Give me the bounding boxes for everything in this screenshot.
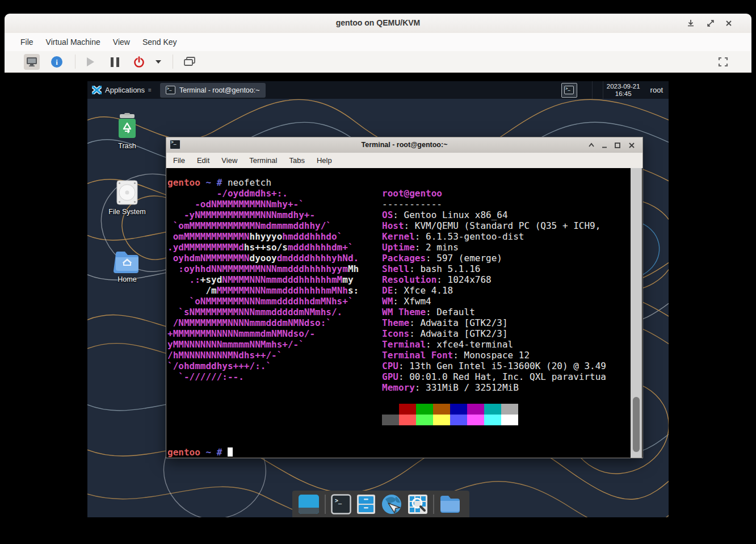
close-button[interactable]	[724, 19, 733, 28]
neofetch-info-line: DE: Xfce 4.18	[382, 285, 453, 296]
neofetch-info-line: Kernel: 6.1.53-gentoo-dist	[382, 231, 524, 242]
app-menu-item[interactable]: Virtual Machine	[46, 33, 100, 51]
palette-swatch	[467, 415, 484, 425]
clock-date: 2023-09-21	[607, 83, 640, 90]
color-palette-row	[382, 415, 518, 425]
neofetch-info-line: Terminal: xfce4-terminal	[382, 339, 513, 350]
close-button[interactable]	[628, 141, 636, 149]
resize-expand-icon	[706, 19, 715, 28]
terminal-titlebar[interactable]: >_ Terminal - root@gentoo:~	[166, 137, 642, 153]
neofetch-info-line: CPU: 13th Gen Intel i5-13600K (20) @ 3.4…	[382, 361, 606, 371]
console-view-button[interactable]	[24, 54, 40, 70]
vm-console-area[interactable]: Applications ≡ >_ Terminal - root@gentoo…	[5, 73, 751, 544]
run-button[interactable]	[82, 54, 98, 70]
ascii-art-line: `-//////:--.	[167, 371, 244, 382]
fullscreen-button[interactable]	[715, 54, 731, 70]
ascii-art-line: /hMNNNNNNNNMNdhs++/-`	[167, 350, 282, 361]
neofetch-info-line: Terminal Font: Monospace 12	[382, 350, 530, 361]
shutdown-button[interactable]	[131, 54, 147, 70]
panel-clock[interactable]: 2023-09-21 16:45	[607, 83, 640, 98]
maximize-button[interactable]	[614, 141, 621, 149]
info-icon: i	[51, 56, 63, 68]
window-titlebar: gentoo on QEMU/KVM	[5, 14, 751, 34]
neofetch-info-line: WM Theme: Default	[382, 307, 475, 317]
prompt-line: gentoo ~ # neofetch	[167, 177, 271, 188]
taskbar-window-button[interactable]: >_ Terminal - root@gentoo:~	[160, 83, 266, 98]
toolbar-separator	[75, 55, 75, 69]
maximize-icon	[614, 141, 621, 149]
chevron-up-icon	[587, 141, 595, 149]
scrollbar-thumb[interactable]	[633, 397, 640, 452]
terminal-window-title: Terminal - root@gentoo:~	[166, 141, 642, 149]
terminal-cursor	[228, 447, 233, 457]
web-browser-icon[interactable]	[381, 493, 402, 515]
ascii-art-line: .:+sydNMMMMNNNmmmdddhhhhhhmMmy	[167, 274, 354, 285]
palette-swatch	[450, 415, 467, 425]
dock-separator	[325, 495, 326, 514]
desktop-icon-label: File System	[100, 208, 154, 216]
terminal-menu-item[interactable]: Terminal	[249, 153, 277, 168]
minimize-button[interactable]	[600, 141, 608, 149]
xfce-logo-icon	[92, 86, 102, 94]
hard-drive-icon	[114, 179, 141, 206]
systray-terminal-button[interactable]: >_	[561, 83, 577, 98]
ascii-art-line: yMMNNNNNNNmmmmmNNMmhs+/-`	[167, 339, 304, 350]
ascii-art-line: -yNMMMMMMMMMMMNNNmmdhy+-	[167, 210, 315, 220]
terminal-menu-item[interactable]: Help	[317, 153, 332, 168]
terminal-icon: >_	[166, 86, 175, 94]
terminal-viewport[interactable]: gentoo ~ # neofetch -/oyddmdhs+:. -odNMM…	[166, 168, 642, 458]
app-menu-item[interactable]: View	[113, 33, 130, 51]
toolbar-separator	[173, 55, 173, 69]
download-icon	[686, 19, 695, 28]
neofetch-info-line: GPU: 00:01.0 Red Hat, Inc. QXL paravirtu…	[382, 371, 606, 382]
applications-menu-button[interactable]: Applications ≡	[87, 81, 157, 99]
shutdown-menu-button[interactable]	[153, 54, 163, 70]
trash-icon	[114, 112, 141, 140]
ascii-art-line: :oyhhdNNMMMMMMMNNNmmdddhhhhhyymMh	[167, 263, 359, 274]
minimize-icon	[600, 141, 608, 149]
neofetch-info-line: Theme: Adwaita [GTK2/3]	[382, 317, 508, 328]
app-toolbar: i	[5, 51, 751, 73]
desktop-icon-trash[interactable]: Trash	[100, 112, 154, 150]
application-finder-icon[interactable]	[408, 494, 428, 514]
desktop-icon-label: Home	[100, 275, 154, 283]
terminal-menu-item[interactable]: Tabs	[289, 153, 304, 168]
show-desktop-icon[interactable]	[298, 494, 320, 514]
screenshot-download-button[interactable]	[686, 19, 695, 28]
desktop-icon-filesystem[interactable]: File System	[100, 179, 154, 216]
color-palette-row	[382, 404, 518, 415]
fullscreen-icon	[718, 57, 728, 67]
file-manager-icon[interactable]	[356, 494, 376, 514]
guest-screen[interactable]: Applications ≡ >_ Terminal - root@gentoo…	[87, 81, 669, 517]
neofetch-info-underline: -----------	[382, 199, 442, 210]
panel-separator	[603, 81, 603, 99]
maximize-button[interactable]	[706, 19, 715, 28]
close-icon	[628, 141, 636, 149]
ascii-art-line: omMMMMMMMMMMMNhhyyyohmdddhhhdo`	[167, 231, 342, 242]
neofetch-info-title: root@gentoo	[382, 188, 442, 199]
terminal-menu-item[interactable]: Edit	[197, 153, 209, 168]
palette-swatch	[416, 404, 433, 415]
app-menu-item[interactable]: File	[20, 33, 33, 51]
close-icon	[724, 19, 733, 28]
terminal-menu-item[interactable]: View	[221, 153, 237, 168]
neofetch-info-line: Memory: 331MiB / 32512MiB	[382, 382, 519, 393]
app-menu-item[interactable]: Send Key	[142, 33, 177, 51]
power-icon	[133, 56, 145, 68]
terminal-menu-item[interactable]: File	[173, 153, 185, 168]
svg-text:i: i	[56, 58, 58, 66]
terminal-scrollbar[interactable]	[631, 168, 642, 458]
terminal-launcher-icon[interactable]: >_	[331, 494, 351, 514]
guest-details-button[interactable]: i	[49, 54, 65, 70]
ascii-art-line: `oNMMMMMMMNNNmmmddddhhdmMNhs+`	[167, 296, 354, 307]
neofetch-info-line: Icons: Adwaita [GTK2/3]	[382, 328, 508, 339]
svg-text:>_: >_	[335, 497, 342, 504]
file-folder-icon[interactable]	[439, 495, 461, 514]
pause-button[interactable]	[107, 54, 123, 70]
xfce-panel: Applications ≡ >_ Terminal - root@gentoo…	[87, 81, 669, 99]
desktop-icon-home[interactable]: Home	[100, 249, 154, 283]
ascii-art-line: -/oyddmdhs+:.	[167, 188, 288, 199]
palette-swatch	[382, 415, 399, 425]
shade-button[interactable]	[587, 141, 595, 149]
virtual-displays-button[interactable]	[182, 54, 198, 70]
